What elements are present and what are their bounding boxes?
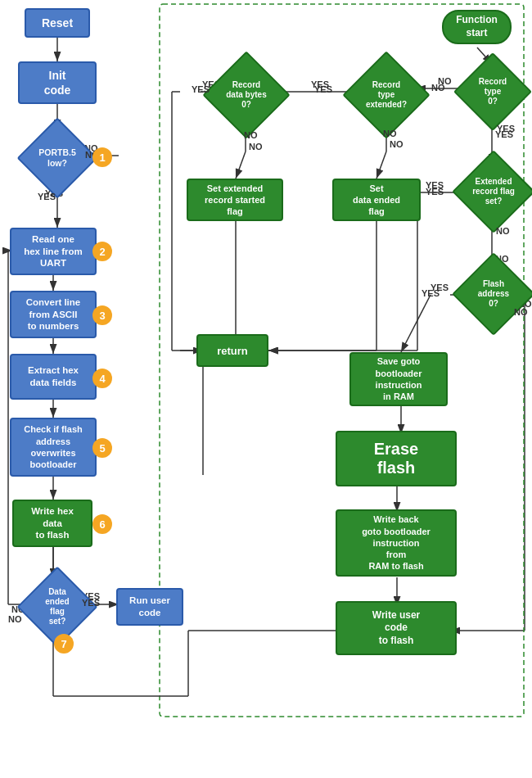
data-ended-no-label: NO bbox=[8, 614, 22, 624]
step-7-circle: 7 bbox=[54, 634, 74, 654]
svg-text:NO: NO bbox=[249, 142, 263, 152]
record-data-bytes-no-label: NO bbox=[244, 130, 258, 140]
record-type-0-yes-label: YES bbox=[497, 124, 515, 133]
step-3-circle: 3 bbox=[92, 305, 112, 325]
function-start-box: Functionstart bbox=[442, 10, 512, 44]
step-6-circle: 6 bbox=[92, 514, 112, 534]
extract-hex-box: Extract hexdata fields bbox=[10, 354, 97, 400]
flash-address-diamond: Flashaddress0? bbox=[464, 265, 523, 323]
return-box: return bbox=[196, 334, 268, 367]
run-user-code-box: Run usercode bbox=[116, 588, 183, 626]
init-code-box: Initcode bbox=[18, 61, 97, 104]
record-type-ext-no-label: NO bbox=[383, 129, 397, 138]
convert-box: Convert linefrom ASCIIto numbers bbox=[10, 291, 97, 338]
svg-text:NO: NO bbox=[390, 139, 404, 149]
flash-addr-yes-label: YES bbox=[422, 288, 440, 298]
svg-line-51 bbox=[401, 295, 431, 352]
set-extended-box: Set extendedrecord startedflag bbox=[187, 179, 283, 221]
ext-flag-yes-label: YES bbox=[426, 187, 444, 197]
record-type-ext-yes-label: YES bbox=[314, 84, 332, 94]
data-ended-diamond: Dataendedflagset? bbox=[29, 578, 86, 636]
record-data-bytes-diamond: Recorddata bytes0? bbox=[215, 64, 277, 126]
check-flash-box: Check if flashaddressoverwritesbootloade… bbox=[10, 418, 97, 477]
ext-flag-no-label: NO bbox=[496, 226, 510, 236]
extended-flag-diamond: Extendedrecord flagset? bbox=[464, 162, 523, 221]
write-user-code-box: Write usercodeto flash bbox=[336, 601, 457, 655]
record-type-0-diamond: Recordtype0? bbox=[465, 64, 521, 120]
record-data-bytes-yes-label: YES bbox=[192, 84, 210, 94]
save-goto-box: Save gotobootloaderinstructionin RAM bbox=[349, 352, 448, 406]
write-hex-box: Write hexdatato flash bbox=[12, 500, 92, 547]
write-back-box: Write backgoto bootloaderinstructionfrom… bbox=[336, 509, 457, 577]
record-type-0-no-label: NO bbox=[431, 83, 445, 93]
step-2-circle: 2 bbox=[92, 242, 112, 261]
step-1-circle: 1 bbox=[92, 147, 112, 167]
portb-yes-label: YES bbox=[38, 192, 56, 201]
portb-diamond: PORTB.5low? bbox=[29, 129, 86, 187]
erase-flash-box: Eraseflash bbox=[336, 431, 457, 486]
svg-line-38 bbox=[236, 152, 246, 179]
record-type-ext-diamond: Recordtypeextended? bbox=[355, 64, 417, 126]
step-4-circle: 4 bbox=[92, 369, 112, 388]
reset-box: Reset bbox=[25, 8, 90, 38]
set-data-ended-box: Setdata endedflag bbox=[332, 179, 421, 221]
step-5-circle: 5 bbox=[92, 438, 112, 458]
read-hex-box: Read onehex line fromUART bbox=[10, 228, 97, 275]
svg-line-30 bbox=[376, 152, 386, 179]
